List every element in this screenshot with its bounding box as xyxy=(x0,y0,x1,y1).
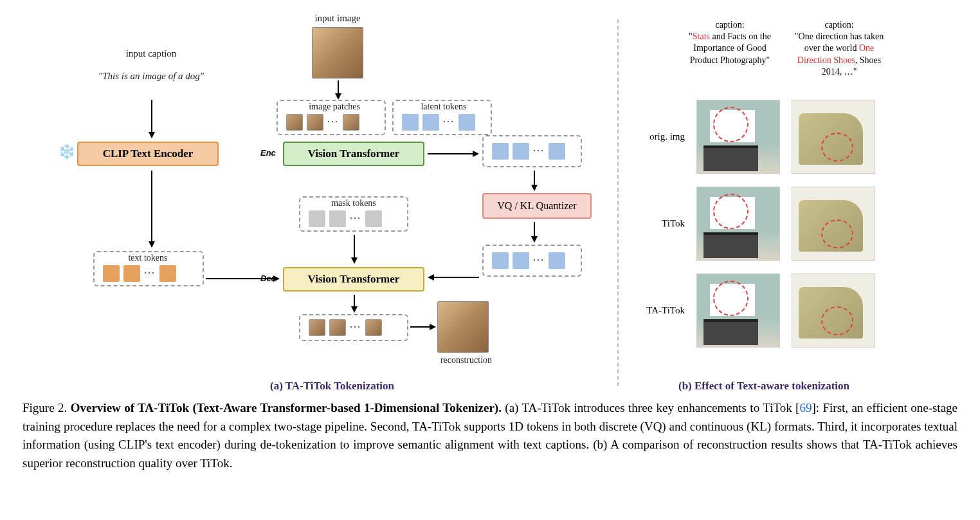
image-patch xyxy=(309,319,325,336)
arrow-mask-to-dec xyxy=(350,235,358,264)
arrow-patches-to-recon xyxy=(410,323,436,331)
result-image xyxy=(792,100,875,174)
caption-text-1: (a) TA-TiTok introduces three key enhanc… xyxy=(502,401,800,414)
text-token xyxy=(159,265,176,282)
latent-token xyxy=(458,114,475,131)
image-patch xyxy=(329,319,346,336)
highlight-circle-icon xyxy=(713,107,749,142)
highlight-circle-icon xyxy=(821,306,853,335)
latent-token xyxy=(402,114,419,131)
text-token xyxy=(103,265,120,282)
svg-marker-17 xyxy=(351,257,358,264)
result-image xyxy=(792,187,875,261)
svg-marker-7 xyxy=(335,93,341,100)
snowflake-icon: ❄️ xyxy=(58,144,75,160)
clip-text-encoder-block: CLIP Text Encoder xyxy=(77,142,219,166)
highlight-circle-icon xyxy=(821,133,853,162)
result-image xyxy=(696,187,780,261)
quant-output-row: ··· xyxy=(492,252,565,269)
latent-token xyxy=(422,114,439,131)
ellipsis-icon: ··· xyxy=(327,116,339,128)
svg-marker-19 xyxy=(351,306,358,313)
vision-transformer-decoder: Vision Transformer xyxy=(283,267,424,292)
ellipsis-icon: ··· xyxy=(533,145,545,157)
image-patches-label: image patches xyxy=(299,102,370,112)
input-caption-label: input caption xyxy=(109,48,193,59)
input-image-thumb xyxy=(312,27,363,79)
figure-label: Figure 2. xyxy=(23,401,67,414)
svg-marker-21 xyxy=(430,324,436,330)
latent-token xyxy=(492,143,509,160)
svg-marker-3 xyxy=(149,241,155,248)
text-token-row: ··· xyxy=(103,265,176,282)
latent-token xyxy=(513,252,529,269)
latent-token xyxy=(492,252,509,269)
text-token xyxy=(123,265,140,282)
panel-b-subtitle: (b) Effect of Text-aware tokenization xyxy=(678,380,849,393)
mask-tokens-label: mask tokens xyxy=(322,198,386,209)
svg-marker-9 xyxy=(473,151,479,157)
result-image xyxy=(696,274,780,348)
enc-output-row: ··· xyxy=(492,143,565,160)
figure-caption: Figure 2. Overview of TA-TiTok (Text-Awa… xyxy=(0,393,980,485)
image-patch xyxy=(307,114,323,131)
panel-b-comparison: caption: "Stats and Facts on the Importa… xyxy=(611,13,932,386)
result-image xyxy=(696,100,780,174)
svg-marker-11 xyxy=(531,185,538,191)
latent-token xyxy=(513,143,529,160)
latent-token-row: ··· xyxy=(402,114,475,131)
text-tokens-label: text tokens xyxy=(116,253,180,263)
ellipsis-icon: ··· xyxy=(350,213,361,225)
comparison-row-titok: TiTok xyxy=(637,187,875,261)
ellipsis-icon: ··· xyxy=(144,268,156,279)
row-label: TA-TiTok xyxy=(637,305,685,316)
highlight-circle-icon xyxy=(713,281,749,316)
arrow-caption-to-clip xyxy=(148,100,156,138)
mask-token-row: ··· xyxy=(309,210,382,227)
reference-link[interactable]: 69 xyxy=(799,401,812,414)
vision-transformer-encoder: Vision Transformer xyxy=(283,142,424,166)
quantizer-block: VQ / KL Quantizer xyxy=(482,193,592,219)
mask-token xyxy=(365,210,382,227)
caption-col-2: caption: "One direction has taken over t… xyxy=(788,19,891,78)
arrow-quant-to-dec xyxy=(428,274,479,281)
arrow-quant-to-tokens xyxy=(531,222,538,243)
panel-a-diagram: input caption "This is an image of a dog… xyxy=(19,13,611,386)
ellipsis-icon: ··· xyxy=(443,116,455,128)
arrow-enc-to-tokens xyxy=(428,150,479,158)
figure-title: Overview of TA-TiTok (Text-Aware Transfo… xyxy=(71,401,502,414)
enc-label: Enc xyxy=(260,148,276,158)
row-label: orig. img xyxy=(637,131,685,142)
output-patch-row: ··· xyxy=(309,319,382,336)
arrow-clip-to-tokens xyxy=(148,171,156,248)
mask-token xyxy=(329,210,346,227)
svg-marker-15 xyxy=(428,274,434,281)
latent-token xyxy=(549,143,565,160)
input-image-label: input image xyxy=(302,13,373,24)
image-patch xyxy=(365,319,382,336)
image-patch xyxy=(343,114,359,131)
ellipsis-icon: ··· xyxy=(350,322,361,333)
latent-tokens-label: latent tokens xyxy=(412,102,476,112)
panel-a-subtitle: (a) TA-TiTok Tokenization xyxy=(270,380,394,393)
arrow-to-quantizer xyxy=(531,171,538,191)
svg-marker-13 xyxy=(531,236,538,243)
comparison-row-tatitok: TA-TiTok xyxy=(637,274,875,348)
highlight-circle-icon xyxy=(821,219,853,248)
row-label: TiTok xyxy=(637,218,685,229)
input-caption-text: "This is an image of a dog" xyxy=(93,71,209,82)
dec-label: Dec xyxy=(260,274,276,283)
reconstruction-label: reconstruction xyxy=(434,355,498,366)
latent-token xyxy=(549,252,565,269)
result-image xyxy=(792,274,875,348)
arrow-dec-to-patches xyxy=(350,295,358,313)
caption-col-1: caption: "Stats and Facts on the Importa… xyxy=(678,19,781,66)
image-patch xyxy=(286,114,303,131)
ellipsis-icon: ··· xyxy=(533,255,545,266)
comparison-grid: orig. img TiTok xyxy=(637,100,875,360)
svg-marker-1 xyxy=(149,132,155,138)
mask-token xyxy=(309,210,325,227)
reconstruction-thumb xyxy=(437,301,489,353)
comparison-row-orig: orig. img xyxy=(637,100,875,174)
patch-token-row: ··· xyxy=(286,114,359,131)
